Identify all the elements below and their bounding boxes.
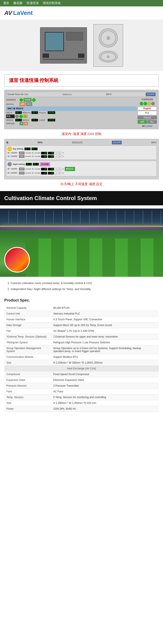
spec-section: Product Spec. Nominal Capacity60,000 BTU…: [0, 297, 163, 416]
cp-header: Growth Room Air Con 2009/12/31 溫室日 設定說明: [6, 92, 157, 97]
cp-setup-btn[interactable]: 設定說明: [146, 92, 156, 96]
nav-item-greenhouse[interactable]: 溫室: [3, 1, 9, 5]
cp-lavent-logo: AV LaVent: [138, 125, 157, 127]
cp-fan-indicators: [138, 102, 157, 105]
nav-item-orchid[interactable]: 蘭花園: [13, 1, 22, 5]
cp-power-ind: [20, 98, 23, 102]
cp-manual-green-btn[interactable]: 綠: [20, 122, 23, 125]
day-night-panel: 室 RH% 2010/12/31 設定說明 溫室日 Day Setting 99…: [4, 139, 159, 179]
night-sched2-a-btn[interactable]: A: [55, 172, 57, 174]
spec-label: Fan: [4, 328, 51, 334]
tomato-image: [4, 247, 30, 272]
day-sched1-off-btn[interactable]: OFF: [19, 152, 24, 154]
dn-setup-btn[interactable]: 設定說明: [112, 141, 122, 144]
cp-stop-btn[interactable]: 停止: [26, 102, 32, 106]
cp-fan-ind1: [140, 102, 143, 105]
feature-item-1: Controls cultivation room constant temp.…: [11, 281, 157, 285]
cp-start-btn[interactable]: 啟動: [20, 102, 25, 106]
night-label: Night Setting: [13, 163, 25, 165]
cp-left: 光線調節器 監控盤 OFF/ON 啟動 停止 植物工廠 環境狀況 溫度(℃) 9…: [6, 98, 137, 127]
logo: AV LaVent: [4, 10, 159, 16]
night-sched1-to: 至: [32, 168, 34, 170]
spec-value: Refrigrant High Pressure / Low Pressure …: [51, 340, 159, 346]
night-sched2-temp: 99: [41, 172, 47, 174]
day-sched1-hm: HH:MM: [25, 152, 31, 154]
cp-english-btn[interactable]: English: [138, 106, 157, 110]
night-sched1-a-btn[interactable]: A: [55, 168, 57, 170]
spec-table: Nominal Capacity60,000 BTU/HControl Unit…: [4, 305, 159, 412]
night-sched2-label: 第二段時間: [7, 172, 18, 174]
day-sched2-a-btn[interactable]: A: [55, 155, 57, 158]
cultivation-header: Cultivation Climate Control System: [0, 191, 163, 205]
cp-co2-val: 99999: [48, 111, 55, 114]
cp-power-label: 光線調節器: [6, 98, 19, 101]
cp-right: 冷氣欖氧迴風 English 中文 其他盒蓋 啟動 停止: [138, 98, 157, 127]
spec-label: Pressure Sensors: [4, 383, 51, 389]
cp-startstop-row: OFF/ON 啟動 停止: [6, 102, 137, 106]
spec-value: Support Micro SD up to 16G for Temp. Eve…: [51, 322, 159, 328]
sun-icon: [7, 147, 12, 151]
spec-row: Pressure Sensors2 Pressure Transmitter: [4, 383, 159, 389]
cp-tempset-label: 溫度設定: [6, 119, 15, 121]
spec-row: Power220V,3Ph, 50/60 Hz: [4, 406, 159, 412]
cp-co2set-val: 99999: [48, 119, 55, 121]
cp-temp-label: 溫度(℃): [6, 112, 15, 114]
spec-value: 2 External Sensors for upper and lower t…: [51, 334, 159, 340]
spec-value: 220V,3Ph, 50/60 Hz: [51, 406, 159, 412]
spec-label: Communication Module: [4, 354, 51, 360]
greenhouse-structure: [0, 211, 163, 224]
night-sched2-b-btn[interactable]: B: [59, 172, 61, 174]
kansetsu-btn[interactable]: 其光調整: [40, 162, 50, 166]
nav-item-climate[interactable]: 恆溫恆濕: [27, 1, 39, 5]
day-sched1-c: 三: [62, 152, 64, 154]
machine-unit-right: ⊕ ⊕: [93, 24, 123, 67]
night-sched1-b-btn[interactable]: B: [59, 168, 61, 170]
features-list: Controls cultivation room constant temp.…: [6, 281, 157, 291]
cp-chinese-btn[interactable]: 中文: [138, 111, 157, 115]
spec-row: Heat Exchange (Air Cool): [4, 366, 159, 372]
cp-humidity-label: 濕度(RH%): [22, 112, 31, 114]
day-sched1-hm2: HH:MM: [34, 152, 40, 154]
cp-tempset-val: 99.9: [15, 119, 22, 121]
cp-black-ind2: [19, 115, 23, 118]
spec-label: Compressor: [4, 372, 51, 377]
teishi-btn[interactable]: 解除設定: [65, 167, 75, 171]
cp-stop2-btn[interactable]: 停止: [148, 120, 157, 124]
day-sched2-hm: HH:MM: [25, 156, 31, 157]
cp-fan-ind2: [144, 102, 147, 105]
top-nav[interactable]: 溫室 蘭花園 恆溫恆濕 環境控制系統: [0, 0, 163, 6]
cp-other-btn[interactable]: 其他盒蓋: [138, 116, 157, 120]
cp-power-btn[interactable]: 監控盤: [24, 98, 31, 102]
cp-manual-orange-btn[interactable]: 橙: [24, 122, 28, 125]
spec-label: Fans: [4, 389, 51, 394]
cp-start2-btn[interactable]: 啟動: [138, 120, 147, 124]
spec-label: Data Storage: [4, 322, 51, 328]
night-sched1: 第一段時間 OFF HH:MM 至 HH:MM 99 99 A B 三 解除設定: [7, 167, 156, 171]
day-sched1-a-btn[interactable]: A: [55, 152, 57, 154]
night-sched2-off-btn[interactable]: OFF: [19, 172, 24, 174]
cp-black-btn[interactable]: 橙: [23, 115, 27, 118]
day-sched2-b-btn[interactable]: B: [59, 155, 61, 158]
cp-values-row: 溫度(℃) 99.9 濕度(RH%) 99.9 Co2(ppm) 99999: [6, 111, 137, 114]
logo-area: AV LaVent: [0, 6, 163, 20]
day-label: Day Setting: [13, 148, 23, 150]
night-sched1-off-btn[interactable]: OFF: [19, 168, 24, 170]
cp-black-row: 黑遮 橙: [6, 114, 137, 118]
cp-startstop-label: OFF/ON: [6, 103, 19, 105]
day-sched1-b-btn[interactable]: B: [59, 152, 61, 154]
night-sched2-c: 三: [62, 172, 64, 174]
nav-item-system[interactable]: 環境控制系統: [43, 1, 61, 5]
spec-row: FanAC Blower* 1 Pc (Up to 2,436 CFM): [4, 328, 159, 334]
cp-power-row: 光線調節器 監控盤: [6, 98, 137, 102]
spec-value: Siemens Industrial PLC: [51, 311, 159, 317]
spec-row: Control UnitSiemens Industrial PLC: [4, 311, 159, 317]
spec-value: Support Modbus RTU: [51, 354, 159, 360]
night-hum-val: 99.9: [33, 163, 39, 166]
spec-value: Electronic Expansion Valve: [51, 377, 159, 383]
dn-humidity-col: RH%: [38, 142, 43, 144]
logo-brand: LaVent: [13, 10, 33, 16]
day-sched2-off-btn[interactable]: OFF: [19, 155, 24, 158]
day-night-caption-text: 白天/晚上 不同溫度 濕度 設定: [60, 182, 103, 186]
caption1-text: 溫室內~溫度 濕度 CO2 控制: [62, 132, 101, 136]
spec-value: 2 Pressure Transmitter: [51, 383, 159, 389]
